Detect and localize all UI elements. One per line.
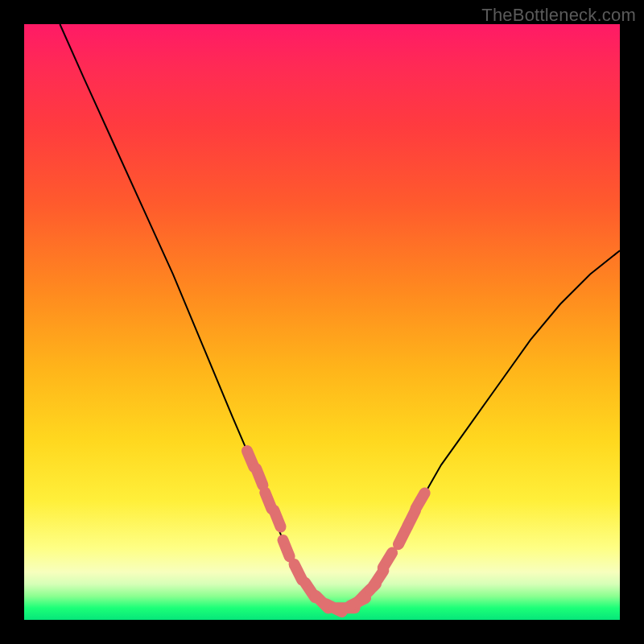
marker-dot: [415, 496, 426, 506]
marker-dot: [246, 454, 256, 464]
marker-dot: [374, 573, 384, 584]
plot-area: [24, 24, 620, 620]
watermark-text: TheBottleneck.com: [481, 5, 636, 26]
marker-dot: [382, 555, 393, 566]
marker-dot: [293, 568, 303, 578]
marker-group: [246, 451, 426, 613]
marker-dot: [407, 514, 417, 524]
marker-dot: [272, 514, 283, 524]
bottleneck-curve: [60, 24, 620, 608]
marker-dot: [281, 543, 291, 554]
marker-dot: [254, 472, 265, 482]
marker-dot: [398, 531, 408, 542]
chart-frame: TheBottleneck.com: [0, 0, 644, 644]
chart-svg: [24, 24, 620, 620]
marker-dot: [263, 496, 274, 506]
